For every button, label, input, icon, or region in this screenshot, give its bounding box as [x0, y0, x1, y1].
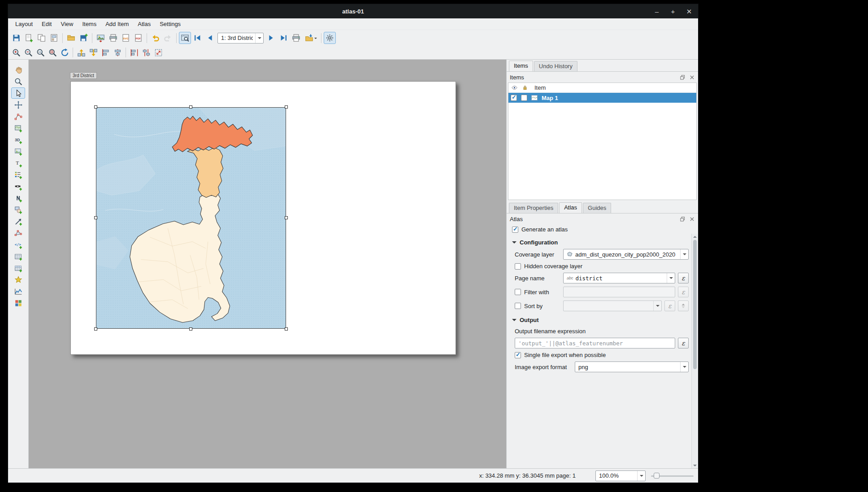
- tab-item-properties[interactable]: Item Properties: [509, 203, 558, 213]
- add-attribute-table-button[interactable]: [11, 251, 25, 262]
- filename-expression-button[interactable]: ε: [678, 338, 689, 348]
- atlas-feature-combo[interactable]: 1: 3rd District: [217, 33, 264, 44]
- first-feature-button[interactable]: [191, 32, 204, 44]
- menu-atlas[interactable]: Atlas: [134, 20, 154, 28]
- add-node-item-button[interactable]: [11, 227, 25, 239]
- raise-items-button[interactable]: [75, 47, 87, 58]
- save-project-button[interactable]: [10, 32, 22, 44]
- add-arrow-button[interactable]: [11, 216, 25, 227]
- menu-items[interactable]: Items: [78, 20, 100, 28]
- select-move-item-button[interactable]: [11, 87, 25, 99]
- output-filename-field[interactable]: 'output_'||@atlas_featurenumber: [515, 338, 675, 348]
- menu-add-item[interactable]: Add Item: [102, 20, 132, 28]
- generate-atlas-checkbox[interactable]: Generate an atlas: [512, 226, 568, 233]
- resize-handle[interactable]: [94, 327, 97, 331]
- distribute-centers-button[interactable]: [140, 47, 152, 58]
- page-name-combo[interactable]: abc district: [563, 273, 675, 283]
- single-file-checkbox[interactable]: Single file export when possible: [515, 352, 606, 358]
- export-as-pdf-button[interactable]: PDF: [132, 32, 144, 44]
- items-tree[interactable]: Item Map 1: [508, 83, 697, 200]
- align-items-center-button[interactable]: [112, 47, 123, 58]
- redo-button[interactable]: [162, 32, 174, 44]
- export-as-image-button[interactable]: [95, 32, 107, 44]
- zoom-slider[interactable]: [651, 471, 694, 480]
- output-group-header[interactable]: Output: [512, 317, 689, 323]
- map-item[interactable]: [96, 107, 286, 329]
- tab-atlas[interactable]: Atlas: [559, 202, 582, 213]
- panel-close-icon[interactable]: [689, 216, 695, 222]
- add-map-button[interactable]: [11, 122, 25, 134]
- layout-canvas[interactable]: 3rd District: [29, 60, 506, 468]
- menu-settings[interactable]: Settings: [156, 20, 184, 28]
- resize-items-button[interactable]: [152, 47, 164, 58]
- export-atlas-button[interactable]: [303, 32, 319, 44]
- add-legend-button[interactable]: [11, 169, 25, 180]
- add-elevation-profile-button[interactable]: [11, 286, 25, 297]
- menu-view[interactable]: View: [57, 20, 77, 28]
- add-shape-button[interactable]: [11, 204, 25, 215]
- print-atlas-button[interactable]: [290, 32, 302, 44]
- panel-float-icon[interactable]: [679, 216, 686, 222]
- zoom-actual-button[interactable]: 1:1: [35, 47, 46, 58]
- save-as-template-button[interactable]: [78, 32, 90, 44]
- resize-handle[interactable]: [285, 327, 288, 331]
- resize-handle[interactable]: [285, 216, 288, 219]
- refresh-view-button[interactable]: [59, 47, 70, 58]
- last-feature-button[interactable]: [278, 32, 290, 44]
- edit-nodes-item-button[interactable]: [11, 111, 25, 122]
- tab-items[interactable]: Items: [509, 61, 533, 71]
- configuration-group-header[interactable]: Configuration: [512, 239, 689, 246]
- maximize-button[interactable]: +: [669, 8, 677, 15]
- zoom-tool-button[interactable]: [11, 76, 25, 87]
- close-button[interactable]: ✕: [686, 8, 693, 15]
- align-items-left-button[interactable]: [100, 47, 111, 58]
- page-name-expression-button[interactable]: ε: [678, 273, 689, 283]
- image-format-combo[interactable]: png: [575, 361, 689, 372]
- add-items-from-template-button[interactable]: [65, 32, 77, 44]
- add-3d-map-button[interactable]: 3D: [11, 134, 25, 145]
- preview-atlas-button[interactable]: [179, 32, 191, 44]
- menu-edit[interactable]: Edit: [38, 20, 55, 28]
- lock-checkbox[interactable]: [521, 95, 527, 101]
- distribute-left-edges-button[interactable]: [128, 47, 140, 58]
- layout-manager-button[interactable]: [48, 32, 60, 44]
- add-html-button[interactable]: </>: [11, 239, 25, 250]
- coverage-layer-combo[interactable]: adm_dist_quezon_city_pop2000_2020: [563, 249, 689, 260]
- hidden-coverage-checkbox[interactable]: Hidden coverage layer: [515, 263, 582, 270]
- zoom-slider-handle[interactable]: [654, 473, 660, 479]
- duplicate-layout-button[interactable]: [35, 32, 48, 44]
- add-fixed-table-button[interactable]: [11, 262, 25, 274]
- pan-layout-button[interactable]: [11, 64, 25, 75]
- atlas-settings-button[interactable]: [324, 32, 336, 44]
- filter-with-checkbox[interactable]: Filter with: [515, 289, 560, 296]
- add-marker-button[interactable]: [11, 274, 25, 285]
- panel-float-icon[interactable]: [679, 74, 686, 80]
- add-dynamic-image-button[interactable]: [11, 297, 25, 309]
- next-feature-button[interactable]: [265, 32, 277, 44]
- tab-guides[interactable]: Guides: [583, 203, 611, 213]
- visibility-checkbox[interactable]: [511, 95, 517, 101]
- scrollbar-thumb[interactable]: [693, 240, 697, 369]
- undo-button[interactable]: [149, 32, 161, 44]
- zoom-full-button[interactable]: [47, 47, 58, 58]
- move-item-content-button[interactable]: [11, 99, 25, 110]
- zoom-level-combo[interactable]: 100.0%: [595, 470, 646, 481]
- panel-close-icon[interactable]: [689, 74, 695, 80]
- add-label-button[interactable]: T: [11, 157, 25, 169]
- lower-items-button[interactable]: [87, 47, 99, 58]
- resize-handle[interactable]: [94, 216, 97, 219]
- resize-handle[interactable]: [94, 105, 97, 109]
- tab-undo-history[interactable]: Undo History: [534, 61, 577, 71]
- print-layout-button[interactable]: [107, 32, 119, 44]
- resize-handle[interactable]: [189, 105, 192, 109]
- add-north-arrow-button[interactable]: [11, 192, 25, 204]
- minimize-button[interactable]: –: [653, 8, 660, 15]
- sort-by-checkbox[interactable]: Sort by: [515, 303, 560, 309]
- menu-layout[interactable]: Layout: [12, 20, 36, 28]
- resize-handle[interactable]: [189, 327, 192, 331]
- atlas-scrollbar[interactable]: [691, 234, 698, 468]
- new-layout-button[interactable]: [23, 32, 35, 44]
- resize-handle[interactable]: [285, 105, 288, 109]
- add-scalebar-button[interactable]: [11, 181, 25, 192]
- scroll-down-icon[interactable]: [692, 462, 698, 468]
